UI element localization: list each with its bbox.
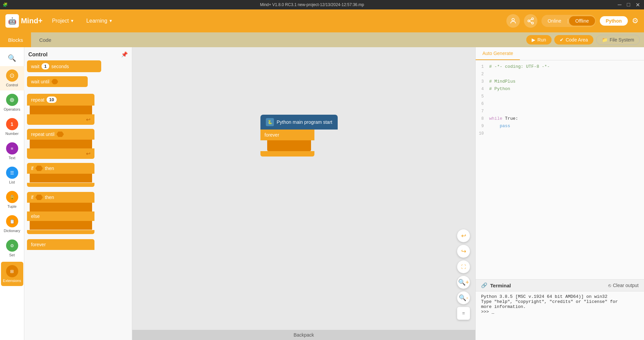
terminal-line-1: Python 3.8.5 [MSC v.1924 64 bit AMD64)] … <box>481 294 639 299</box>
dictionary-label: Dictionary <box>4 229 20 233</box>
sidebar-item-list[interactable]: ☰ List <box>0 163 24 188</box>
settings-icon-button[interactable]: ⚙ <box>632 17 639 25</box>
svg-point-1 <box>532 18 534 20</box>
minimize-button[interactable]: ─ <box>616 2 623 8</box>
svg-point-0 <box>512 19 514 21</box>
repeat-block[interactable]: repeat 10 <box>27 94 94 106</box>
zoom-out-button[interactable]: 🔍- <box>457 291 470 304</box>
repeat-until-inner-block <box>30 140 92 148</box>
filesystem-button[interactable]: 📁 File System <box>596 35 640 45</box>
nav-project[interactable]: Project ▼ <box>49 17 77 25</box>
dictionary-icon: 📋 <box>6 215 18 227</box>
code-area-check-icon: ✔ <box>560 37 564 42</box>
if-then-bottom <box>27 183 94 187</box>
canvas-forever-block[interactable]: forever <box>260 130 314 140</box>
tuple-icon: 🔒 <box>6 191 18 203</box>
sidebar-item-text[interactable]: ≡ Text <box>0 139 24 163</box>
control-header: Control 📌 <box>27 50 129 60</box>
online-mode-button[interactable]: Online <box>541 16 567 26</box>
canvas-controls: ↩ ↪ ⛶ 🔍+ 🔍- = <box>457 229 470 320</box>
terminal-line-3: more information. <box>481 304 639 309</box>
code-line-9: 9 pass <box>476 122 644 130</box>
operators-icon: ⊕ <box>6 94 18 106</box>
sidebar-item-operators[interactable]: ⊕ Operators <box>0 90 24 115</box>
code-line-7: 7 <box>476 108 644 115</box>
clear-output-button[interactable]: ⎋ Clear output <box>608 283 639 288</box>
search-icon[interactable]: 🔍 <box>8 54 16 62</box>
python-mode-button[interactable]: Python <box>600 16 628 26</box>
run-button[interactable]: ▶ Run <box>526 35 552 45</box>
maximize-button[interactable]: □ <box>625 2 632 8</box>
titlebar: 🧩 Mind+ V1.8.0 RC3.1 new-project-12/13/2… <box>0 0 644 9</box>
terminal-line-4: >>> _ <box>481 309 639 314</box>
community-icon-button[interactable] <box>506 14 520 28</box>
repeat-until-arrow-icon: ↩ <box>86 150 90 157</box>
wait-until-hex-icon <box>51 79 58 84</box>
sidebar-item-tuple[interactable]: 🔒 Tuple <box>0 188 24 212</box>
if-then-block[interactable]: if then <box>27 163 94 174</box>
svg-point-2 <box>528 20 530 22</box>
repeat-until-hex-icon <box>56 132 64 137</box>
sidebar-item-extensions[interactable]: ⊞ Extensions <box>1 262 23 286</box>
repeat-until-block[interactable]: repeat until <box>27 129 94 140</box>
canvas-area[interactable]: 🐍 Python main program start forever ↩ ↪ … <box>132 47 475 340</box>
extensions-icon: ⊞ <box>6 265 18 277</box>
wait-until-block[interactable]: wait until <box>27 76 88 87</box>
repeat-bottom-block: ↩ <box>27 114 94 125</box>
extensions-label: Extensions <box>3 279 21 283</box>
run-play-icon: ▶ <box>532 37 535 42</box>
backpack-bar[interactable]: Backpack <box>132 330 475 340</box>
canvas-forever-bottom <box>260 151 314 157</box>
close-button[interactable]: ✕ <box>634 2 641 8</box>
set-icon: ⚙ <box>6 239 18 252</box>
code-line-2: 2 <box>476 70 644 78</box>
crop-button[interactable]: ⛶ <box>457 260 470 273</box>
blocks-tab[interactable]: Blocks <box>0 32 31 47</box>
sidebar-item-set[interactable]: ⚙ Set <box>0 236 24 260</box>
canvas-forever-inner <box>267 140 311 151</box>
code-area-button[interactable]: ✔ Code Area <box>554 35 593 45</box>
control-panel-title: Control <box>28 52 48 58</box>
repeat-block-group: repeat 10 ↩ <box>27 94 129 125</box>
logo-icon: 🤖 <box>5 14 19 28</box>
code-tab[interactable]: Code <box>31 32 59 47</box>
repeat-arrow-icon: ↩ <box>86 116 90 123</box>
learning-arrow-icon: ▼ <box>109 19 113 23</box>
operators-label: Operators <box>4 107 20 111</box>
pin-icon[interactable]: 📌 <box>121 51 128 58</box>
code-line-6: 6 <box>476 100 644 108</box>
zoom-in-button[interactable]: 🔍+ <box>457 276 470 289</box>
if-then-else-block-group: if then else <box>27 192 129 235</box>
svg-line-5 <box>530 19 532 21</box>
nav-learning[interactable]: Learning ▼ <box>84 17 115 25</box>
sidebar-item-dictionary[interactable]: 📋 Dictionary <box>0 212 24 236</box>
if-hex-icon <box>35 166 43 171</box>
repeat-inner-block <box>30 106 92 114</box>
control-label: Control <box>6 83 18 87</box>
repeat-until-block-group: repeat until ↩ <box>27 129 129 159</box>
window-controls: ─ □ ✕ <box>616 2 641 8</box>
sidebar-item-control[interactable]: ⊙ Control <box>0 66 24 90</box>
code-panel-header: Auto Generate <box>476 47 644 60</box>
wait-seconds-block-group: wait 1 seconds <box>27 60 129 72</box>
sidebar-item-number[interactable]: 1 Number <box>0 115 24 139</box>
mode-toggle: Online | Offline <box>541 15 595 27</box>
titlebar-icon: 🧩 <box>3 2 8 7</box>
canvas-main-block[interactable]: 🐍 Python main program start forever <box>260 115 338 157</box>
undo-button[interactable]: ↩ <box>457 229 470 242</box>
toolbar-right: ▶ Run ✔ Code Area 📁 File System <box>526 35 644 45</box>
control-icon: ⊙ <box>6 69 18 82</box>
if-else-inner1 <box>30 203 92 211</box>
list-icon: ☰ <box>6 167 18 179</box>
if-then-else-block[interactable]: if then <box>27 192 94 203</box>
auto-generate-tab[interactable]: Auto Generate <box>476 47 520 60</box>
forever-block[interactable]: forever <box>27 239 94 250</box>
wait-seconds-block[interactable]: wait 1 seconds <box>27 60 101 72</box>
code-line-8: 8 while True: <box>476 115 644 122</box>
redo-button[interactable]: ↪ <box>457 245 470 258</box>
fit-button[interactable]: = <box>457 307 470 320</box>
code-line-4: 4 # Python <box>476 85 644 93</box>
repeat-until-bottom-block: ↩ <box>27 148 94 159</box>
offline-mode-button[interactable]: Offline <box>569 16 595 26</box>
share-icon-button[interactable] <box>524 14 537 28</box>
